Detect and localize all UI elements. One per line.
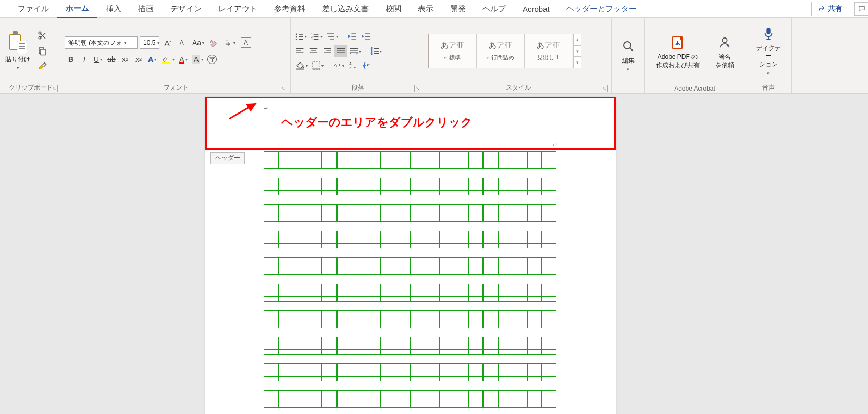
increase-indent-button[interactable] [359,30,372,43]
tab-draw[interactable]: 描画 [130,0,162,17]
numbering-icon: 123 [311,33,319,40]
chevron-down-icon: ▾ [122,40,129,45]
borders-icon [312,61,320,70]
format-painter-button[interactable] [35,60,49,73]
styles-expand[interactable]: ▾ [573,57,581,68]
decrease-indent-button[interactable] [346,30,358,43]
copy-button[interactable] [35,44,49,58]
group-editing: 編集 ▾ [612,18,645,93]
svg-rect-13 [314,34,319,35]
paragraph-launcher[interactable]: ↘ [414,85,421,92]
comments-button[interactable] [854,2,868,16]
editing-button[interactable]: 編集 ▾ [615,35,642,76]
tab-design[interactable]: デザイン [162,0,210,17]
tab-help[interactable]: ヘルプ [474,0,514,17]
line-spacing-button[interactable] [369,45,383,57]
enclose-char-button[interactable]: 字 [206,53,218,66]
bold-button[interactable]: B [65,53,77,66]
tab-file[interactable]: ファイル [9,0,57,17]
group-styles: あア亜 ↵ 標準 あア亜 ↵ 行間詰め あア亜 見出し 1 ▴ ▾ ▾ スタイル… [425,18,612,93]
bullets-button[interactable] [294,30,308,43]
svg-text:A: A [349,61,352,66]
multilevel-list-button[interactable] [325,30,340,43]
tab-insert[interactable]: 挿入 [97,0,130,17]
numbering-button[interactable]: 123 [309,30,324,43]
align-left-button[interactable] [294,45,306,57]
asian-layout-button[interactable]: A [331,59,346,72]
dictate-button[interactable]: ディクテー ション ▾ [748,22,788,80]
svg-line-58 [229,103,256,119]
shading-button[interactable] [294,59,309,72]
phonetic-guide-button[interactable]: ア亜 [222,36,237,49]
tab-mailings[interactable]: 差し込み文書 [314,0,377,17]
justify-button[interactable] [334,45,347,57]
increase-font-button[interactable]: Aˆ [162,36,174,49]
distributed-button[interactable] [348,45,363,57]
svg-rect-23 [351,39,356,40]
font-size-combo[interactable]: 10.5▾ [140,36,159,49]
ribbon: 貼り付け ▾ クリップボード ↘ [0,18,868,94]
tab-view[interactable]: 表示 [410,0,442,17]
superscript-button[interactable]: x2 [132,53,145,66]
highlight-button[interactable] [159,53,176,66]
signature-icon [718,36,731,49]
svg-rect-7 [299,34,303,35]
clipboard-launcher[interactable]: ↘ [51,85,58,92]
style-no-spacing[interactable]: あア亜 ↵ 行間詰め [476,34,524,68]
show-marks-button[interactable]: ¶ [361,59,373,72]
svg-rect-42 [371,48,373,54]
font-launcher[interactable]: ↘ [280,85,287,92]
tab-developer[interactable]: 開発 [442,0,474,17]
font-group-label: フォント [164,83,189,92]
svg-text:Z: Z [349,66,352,70]
character-border-button[interactable]: A [239,36,253,49]
share-button[interactable]: 共有 [811,2,849,16]
microphone-icon [763,27,774,41]
tab-home[interactable]: ホーム [57,0,97,18]
font-color-button[interactable]: A [177,53,190,66]
request-signature-button[interactable]: 署名 を依頼 [710,31,739,72]
svg-point-46 [303,67,304,68]
cut-button[interactable] [35,29,49,42]
decrease-font-button[interactable]: Aˇ [176,36,189,49]
svg-rect-21 [351,33,356,34]
styles-scroll-down[interactable]: ▾ [573,45,581,57]
page[interactable]: ↵ ↵ [205,97,616,414]
annotation-text: ヘッダーのエリアをダブルクリック [281,115,473,130]
align-right-button[interactable] [321,45,333,57]
style-normal[interactable]: あア亜 ↵ 標準 [428,34,476,68]
text-effects-button[interactable]: A [146,53,158,66]
document-area[interactable]: ↵ ↵ ヘッダーのエリアをダブルクリック ヘッダー [0,94,868,414]
char-shading-button[interactable]: A [191,53,205,66]
svg-rect-40 [350,50,358,51]
sort-button[interactable]: AZ [347,59,359,72]
tab-review[interactable]: 校閲 [377,0,410,17]
styles-launcher[interactable]: ↘ [601,85,608,92]
paragraph-group-label: 段落 [352,83,364,92]
tab-layout[interactable]: レイアウト [210,0,266,17]
tab-header-footer[interactable]: ヘッダーとフッター [558,0,645,17]
svg-text:ア: ア [225,40,228,42]
svg-rect-1 [41,49,45,55]
font-name-combo[interactable]: 游明朝 (本文のフォ▾ [65,36,138,49]
underline-button[interactable]: U [92,53,104,66]
pilcrow-icon: ¶ [363,61,371,70]
header-boundary [205,150,616,150]
create-pdf-button[interactable]: Adobe PDF の 作成および共有 [651,31,705,72]
change-case-button[interactable]: Aa [191,36,206,49]
paragraph-mark: ↵ [553,142,557,148]
align-center-icon [309,47,318,55]
align-center-button[interactable] [307,45,320,57]
paragraph-mark: ↵ [264,105,268,112]
paste-button[interactable]: 貼り付け ▾ [3,29,32,72]
svg-rect-18 [327,33,334,34]
strikethrough-button[interactable]: ab [105,53,118,66]
borders-button[interactable] [311,59,325,72]
tab-references[interactable]: 参考資料 [266,0,314,17]
italic-button[interactable]: I [78,53,91,66]
style-heading1[interactable]: あア亜 見出し 1 [524,34,572,68]
tab-acrobat[interactable]: Acrobat [514,1,558,17]
subscript-button[interactable]: x2 [119,53,131,66]
clear-formatting-button[interactable]: A [208,36,220,49]
styles-scroll-up[interactable]: ▴ [573,34,581,45]
